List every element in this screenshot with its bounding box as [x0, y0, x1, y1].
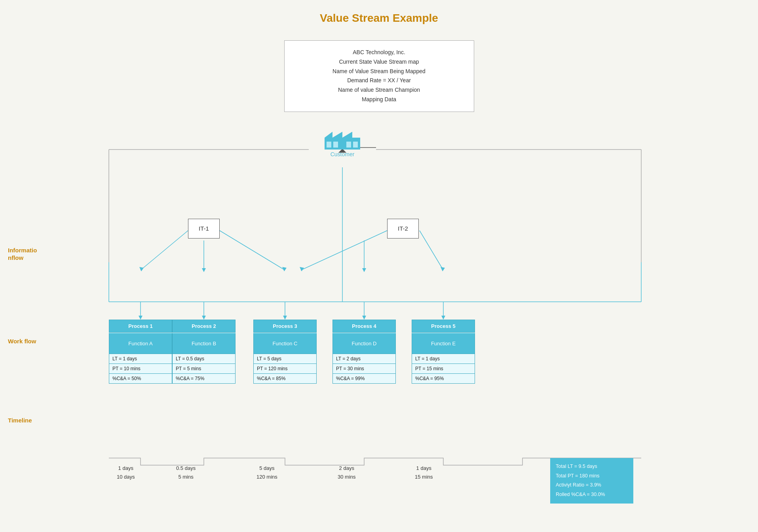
timeline-5-top: 1 days	[415, 464, 433, 473]
timeline-2-bottom: 5 mins	[176, 473, 196, 481]
summary-box: Total LT = 9.5 days Total PT = 180 mins …	[550, 458, 633, 504]
svg-rect-35	[333, 142, 338, 148]
timeline-4-bottom: 30 mins	[338, 473, 356, 481]
process-block-5: Process 5 Function E LT = 1 days PT = 15…	[412, 320, 475, 384]
svg-marker-8	[362, 316, 366, 320]
timeline-4-top: 2 days	[338, 464, 356, 473]
process-5-ca: %C&A = 95%	[412, 374, 475, 384]
process-1-ca: %C&A = 50%	[109, 374, 172, 384]
process-5-header: Process 5	[412, 320, 475, 333]
svg-rect-36	[346, 142, 351, 148]
svg-line-23	[141, 231, 188, 270]
customer-block: Customer	[325, 128, 360, 157]
svg-marker-22	[202, 268, 206, 272]
process-3-ca: %C&A = 85%	[253, 374, 317, 384]
process-4-pt: PT = 30 mins	[332, 364, 396, 374]
info-line-5: Name of value Stream Champion	[293, 85, 466, 95]
process-2-header: Process 2	[172, 320, 236, 333]
summary-total-lt: Total LT = 9.5 days	[556, 462, 628, 471]
process-block-3: Process 3 Function C LT = 5 days PT = 12…	[253, 320, 317, 384]
timeline-3-bottom: 120 mins	[256, 473, 277, 481]
page-title: Value Stream Example	[0, 0, 758, 32]
process-5-function: Function E	[412, 333, 475, 354]
process-block-2: Process 2 Function B LT = 0.5 days PT = …	[172, 320, 236, 384]
info-line-6: Mapping Data	[293, 95, 466, 104]
process-2-ca: %C&A = 75%	[172, 374, 236, 384]
timeline-4: 2 days 30 mins	[338, 464, 356, 481]
it-1-label: IT-1	[199, 225, 209, 232]
timeline-1: 1 days 10 days	[117, 464, 135, 481]
process-3-lt: LT = 5 days	[253, 354, 317, 364]
info-line-4: Demand Rate = XX / Year	[293, 76, 466, 85]
info-line-2: Current State Value Stream map	[293, 57, 466, 67]
customer-label: Customer	[331, 151, 355, 157]
diagram-area: Informatio nflow Work flow Timeline Cust…	[0, 116, 758, 492]
process-1-pt: PT = 10 mins	[109, 364, 172, 374]
info-line-3: Name of Value Stream Being Mapped	[293, 67, 466, 76]
process-3-pt: PT = 120 mins	[253, 364, 317, 374]
svg-marker-32	[441, 267, 445, 271]
process-1-lt: LT = 1 days	[109, 354, 172, 364]
label-timeline: Timeline	[8, 417, 44, 424]
process-5-lt: LT = 1 days	[412, 354, 475, 364]
process-3-header: Process 3	[253, 320, 317, 333]
summary-total-pt: Total PT = 180 mins	[556, 471, 628, 481]
svg-marker-4	[202, 316, 206, 320]
process-4-ca: %C&A = 99%	[332, 374, 396, 384]
process-4-function: Function D	[332, 333, 396, 354]
info-line-1: ABC Technology, Inc.	[293, 48, 466, 57]
timeline-2: 0.5 days 5 mins	[176, 464, 196, 481]
process-5-pt: PT = 15 mins	[412, 364, 475, 374]
process-block-4: Process 4 Function D LT = 2 days PT = 30…	[332, 320, 396, 384]
svg-line-25	[220, 231, 285, 270]
it-box-1: IT-1	[188, 219, 220, 239]
svg-marker-26	[282, 267, 287, 271]
timeline-1-top: 1 days	[117, 464, 135, 473]
timeline-5: 1 days 15 mins	[415, 464, 433, 481]
summary-activity-ratio: Activiyt Ratio = 3.9%	[556, 481, 628, 490]
process-3-function: Function C	[253, 333, 317, 354]
timeline-3-top: 5 days	[256, 464, 277, 473]
summary-rolled-ca: Rolled %C&A = 30.0%	[556, 490, 628, 500]
process-1-header: Process 1	[109, 320, 172, 333]
label-workflow: Work flow	[8, 337, 44, 345]
process-2-function: Function B	[172, 333, 236, 354]
process-4-header: Process 4	[332, 320, 396, 333]
svg-marker-10	[441, 316, 445, 320]
process-1-function: Function A	[109, 333, 172, 354]
timeline-1-bottom: 10 days	[117, 473, 135, 481]
timeline-3: 5 days 120 mins	[256, 464, 277, 481]
it-box-2: IT-2	[387, 219, 419, 239]
svg-line-31	[420, 231, 443, 270]
svg-marker-24	[139, 267, 144, 271]
svg-marker-6	[283, 316, 287, 320]
factory-icon	[325, 128, 360, 150]
svg-marker-30	[300, 267, 304, 271]
svg-overlay	[0, 116, 758, 492]
svg-rect-34	[327, 142, 331, 148]
timeline-5-bottom: 15 mins	[415, 473, 433, 481]
process-4-lt: LT = 2 days	[332, 354, 396, 364]
svg-marker-28	[362, 268, 366, 272]
timeline-2-top: 0.5 days	[176, 464, 196, 473]
info-box: ABC Technology, Inc. Current State Value…	[284, 40, 474, 112]
process-block-1: Process 1 Function A LT = 1 days PT = 10…	[109, 320, 172, 384]
label-infoflow: Informatio nflow	[8, 246, 44, 262]
process-2-pt: PT = 5 mins	[172, 364, 236, 374]
svg-line-29	[301, 231, 387, 270]
process-2-lt: LT = 0.5 days	[172, 354, 236, 364]
svg-marker-2	[139, 316, 142, 320]
it-2-label: IT-2	[398, 225, 408, 232]
svg-rect-37	[353, 142, 358, 148]
